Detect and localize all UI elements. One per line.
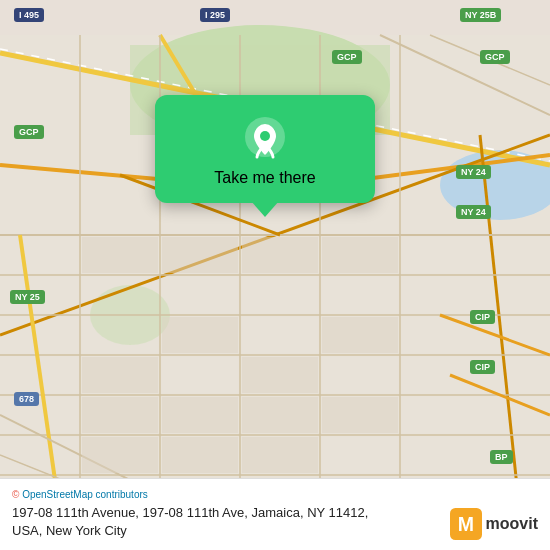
svg-rect-36 (162, 237, 238, 273)
svg-rect-34 (242, 357, 318, 393)
svg-rect-42 (242, 397, 318, 433)
map-svg (0, 0, 550, 550)
highway-label-bp: BP (490, 450, 513, 464)
highway-label-gcp_left: GCP (14, 125, 44, 139)
svg-rect-37 (322, 317, 398, 353)
svg-rect-33 (162, 317, 238, 353)
highway-label-gcp_tl: GCP (332, 50, 362, 64)
svg-rect-32 (82, 237, 158, 273)
svg-rect-44 (82, 437, 158, 473)
take-me-there-button[interactable]: Take me there (214, 169, 315, 187)
highway-label-ny25_left: NY 25 (10, 290, 45, 304)
highway-label-i495: I 495 (14, 8, 44, 22)
highway-label-ny24_right: NY 24 (456, 165, 491, 179)
map-container: I 495I 295NY 25BNY 25NY 25NY 24NY 24NY 2… (0, 0, 550, 550)
highway-label-cip2: CIP (470, 360, 495, 374)
highway-label-gcp_mid: GCP (480, 50, 510, 64)
openstreetmap-credit: © OpenStreetMap contributors (12, 489, 538, 500)
svg-rect-39 (242, 237, 318, 273)
highway-label-cip1: CIP (470, 310, 495, 324)
highway-label-i295: I 295 (200, 8, 230, 22)
svg-rect-41 (162, 397, 238, 433)
svg-rect-45 (162, 437, 238, 473)
svg-rect-35 (82, 357, 158, 393)
highway-label-n678: 678 (14, 392, 39, 406)
svg-point-50 (260, 131, 270, 141)
location-pin-icon (243, 115, 287, 159)
card-popup[interactable]: Take me there (155, 95, 375, 203)
moovit-text: moovit (486, 515, 538, 533)
highway-label-ny25b: NY 25B (460, 8, 501, 22)
svg-rect-43 (322, 397, 398, 433)
moovit-icon: M (450, 508, 482, 540)
svg-rect-40 (322, 237, 398, 273)
svg-rect-38 (82, 397, 158, 433)
bottom-bar: © OpenStreetMap contributors 197-08 111t… (0, 478, 550, 550)
moovit-logo: M moovit (450, 508, 538, 540)
address-text: 197-08 111th Avenue, 197-08 111th Ave, J… (12, 504, 402, 540)
highway-label-ny24_br: NY 24 (456, 205, 491, 219)
svg-rect-46 (242, 437, 318, 473)
osm-link[interactable]: OpenStreetMap contributors (22, 489, 148, 500)
osm-copyright-icon: © (12, 489, 19, 500)
svg-text:M: M (457, 513, 473, 535)
